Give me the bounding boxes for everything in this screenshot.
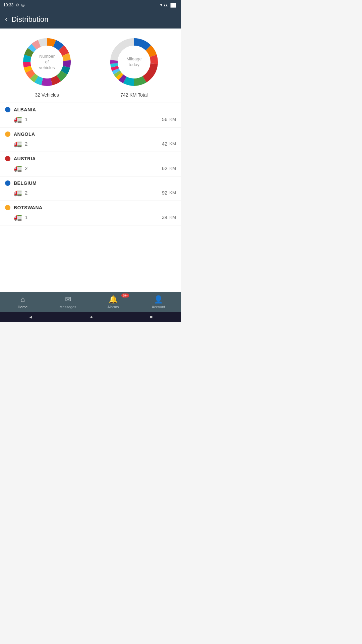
gear-icon: ⚙ xyxy=(15,3,19,7)
country-name: BELGIUM xyxy=(14,180,37,186)
nav-item-home[interactable]: ⌂ Home xyxy=(0,292,45,312)
country-name: ANGOLA xyxy=(14,131,35,137)
truck-icon: 🚛 xyxy=(14,115,22,123)
nav-item-messages[interactable]: ✉ Messages xyxy=(45,292,90,312)
list-item[interactable]: BOTSWANA 🚛 1 34 KM xyxy=(0,201,181,225)
country-dot xyxy=(5,131,10,137)
battery-icon: ▐█▌ xyxy=(169,3,178,7)
country-list: ALBANIA 🚛 1 56 KM ANGOLA 🚛 2 42 xyxy=(0,103,181,303)
mileage-unit: KM xyxy=(170,166,176,171)
page-title: Distribution xyxy=(11,15,48,24)
mileage-unit: KM xyxy=(170,215,176,220)
country-name: BOTSWANA xyxy=(14,205,43,210)
mileage-value: 34 xyxy=(162,214,168,220)
back-button[interactable]: ‹ xyxy=(5,15,7,24)
vehicle-count: 2 xyxy=(25,165,27,171)
mileage-value: 92 xyxy=(162,190,168,196)
charts-section: Number of vehicles 32 Vehicles xyxy=(0,29,181,103)
mileage-center-text: Mileage today xyxy=(126,56,142,68)
country-name: AUSTRIA xyxy=(14,156,36,161)
nav-label-account: Account xyxy=(152,305,165,309)
wifi-icon: ▾ xyxy=(160,3,162,7)
list-item[interactable]: ANGOLA 🚛 2 42 KM xyxy=(0,127,181,152)
bottom-navigation: ⌂ Home ✉ Messages 🔔 Alarms 99+ 👤 Account xyxy=(0,292,181,312)
back-android-button[interactable]: ◄ xyxy=(28,314,33,320)
time-display: 10:33 xyxy=(3,3,13,7)
nav-label-home: Home xyxy=(18,305,27,309)
country-dot xyxy=(5,107,10,112)
truck-icon: 🚛 xyxy=(14,164,22,172)
mileage-value: 62 xyxy=(162,165,168,171)
mileage-total-label: 742 KM Total xyxy=(120,92,147,98)
mileage-unit: KM xyxy=(170,117,176,122)
country-dot xyxy=(5,156,10,161)
vehicle-count: 2 xyxy=(25,141,27,147)
nav-item-account[interactable]: 👤 Account xyxy=(136,292,181,312)
mileage-value: 56 xyxy=(162,116,168,122)
country-dot xyxy=(5,205,10,210)
list-item[interactable]: AUSTRIA 🚛 2 62 KM xyxy=(0,152,181,176)
country-dot xyxy=(5,180,10,186)
mileage-unit: KM xyxy=(170,141,176,146)
android-nav-bar: ◄ ● ■ xyxy=(0,312,181,322)
messages-icon: ✉ xyxy=(65,295,71,304)
signal-icon: ▴▴ xyxy=(164,3,168,7)
home-android-button[interactable]: ● xyxy=(90,314,93,320)
account-icon: 👤 xyxy=(154,295,163,304)
country-name: ALBANIA xyxy=(14,107,36,112)
truck-icon: 🚛 xyxy=(14,213,22,221)
nav-label-messages: Messages xyxy=(59,305,76,309)
vehicle-count: 1 xyxy=(25,214,27,220)
nav-item-alarms[interactable]: 🔔 Alarms 99+ xyxy=(90,292,136,312)
truck-icon: 🚛 xyxy=(14,189,22,197)
vehicle-count: 2 xyxy=(25,190,27,196)
list-item[interactable]: BELGIUM 🚛 2 92 KM xyxy=(0,176,181,201)
alarms-badge: 99+ xyxy=(121,293,129,298)
mileage-unit: KM xyxy=(170,190,176,195)
list-item[interactable]: ALBANIA 🚛 1 56 KM xyxy=(0,103,181,127)
home-icon: ⌂ xyxy=(20,295,25,304)
alarms-icon: 🔔 xyxy=(109,295,118,304)
nav-label-alarms: Alarms xyxy=(107,305,119,309)
page-header: ‹ Distribution xyxy=(0,10,181,29)
mileage-chart: Mileage today 742 KM Total xyxy=(107,35,161,98)
mileage-value: 42 xyxy=(162,141,168,147)
vehicles-chart: Number of vehicles 32 Vehicles xyxy=(20,35,74,98)
status-bar: 10:33 ⚙ ◎ ▾ ▴▴ ▐█▌ xyxy=(0,0,181,10)
at-icon: ◎ xyxy=(21,3,24,7)
truck-icon: 🚛 xyxy=(14,140,22,148)
vehicles-center-text: Number of vehicles xyxy=(39,54,55,71)
vehicle-count: 1 xyxy=(25,116,27,122)
vehicles-total-label: 32 Vehicles xyxy=(35,92,59,98)
recents-android-button[interactable]: ■ xyxy=(150,314,153,320)
